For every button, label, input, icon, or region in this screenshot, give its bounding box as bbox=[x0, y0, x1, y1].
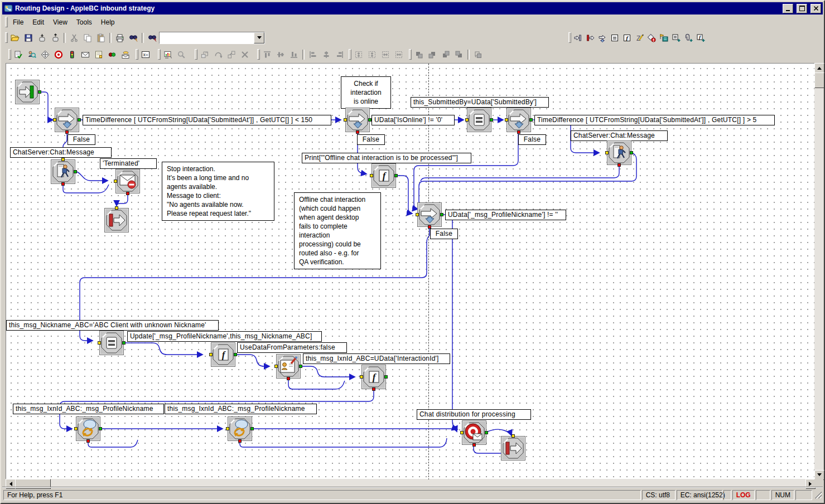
cut-button[interactable] bbox=[67, 31, 81, 44]
assign-node-1[interactable] bbox=[467, 108, 491, 132]
same-width-button[interactable] bbox=[365, 48, 379, 61]
copy-button[interactable] bbox=[81, 31, 94, 44]
expression-toolbar-grip[interactable] bbox=[136, 49, 138, 60]
segmentation-tool-button[interactable] bbox=[596, 31, 609, 44]
output-port[interactable] bbox=[394, 174, 398, 177]
parameters-label[interactable]: UseDataFromParameters:false bbox=[237, 342, 347, 353]
contact-update-node[interactable] bbox=[276, 354, 301, 379]
chat-target-node-2[interactable] bbox=[607, 140, 631, 165]
zoom-button[interactable] bbox=[175, 48, 188, 61]
false-port[interactable] bbox=[356, 130, 359, 134]
stop-message-node[interactable] bbox=[115, 169, 140, 193]
align-right-button[interactable] bbox=[333, 48, 346, 61]
print-label[interactable]: Print['"Offline chat interaction is to b… bbox=[302, 153, 471, 163]
routing-target-button[interactable] bbox=[52, 48, 65, 61]
error-port[interactable] bbox=[126, 192, 129, 195]
align-toolbar-grip[interactable] bbox=[257, 49, 260, 60]
align-left-button[interactable] bbox=[306, 48, 320, 61]
output-port[interactable] bbox=[384, 375, 388, 379]
chat-update-node-1[interactable] bbox=[76, 416, 100, 441]
multi-assign-tool-button[interactable] bbox=[670, 31, 682, 44]
error-port[interactable] bbox=[372, 387, 375, 391]
shift-up-right-button[interactable] bbox=[426, 48, 439, 61]
shift-up-left-button[interactable] bbox=[412, 48, 426, 61]
align-middle-button[interactable] bbox=[274, 48, 287, 61]
close-button[interactable] bbox=[810, 4, 821, 13]
output-port[interactable] bbox=[234, 353, 237, 356]
size-toolbar-grip[interactable] bbox=[349, 49, 351, 60]
input-port[interactable] bbox=[460, 431, 464, 434]
menu-grip[interactable] bbox=[5, 17, 8, 27]
design-canvas[interactable]: TimeDifference [ UTCFromString[UData['Su… bbox=[6, 63, 815, 479]
pair-label[interactable]: this_msg_IxnId_ABC:_msg_ProfileNickname bbox=[13, 404, 164, 414]
target-label[interactable]: ChatServer:Chat:Message bbox=[571, 130, 668, 141]
false-branch-label[interactable]: False bbox=[67, 134, 95, 145]
error-port[interactable] bbox=[61, 182, 65, 186]
output-port[interactable] bbox=[122, 341, 126, 345]
order-up-button[interactable] bbox=[198, 48, 211, 61]
subroutine-tool-button[interactable] bbox=[694, 31, 707, 44]
vertical-scroll-thumb[interactable] bbox=[814, 72, 824, 88]
update-label[interactable]: Update['_msg_ProfileNickname',this_msg_N… bbox=[127, 331, 322, 342]
output-port[interactable] bbox=[485, 431, 488, 434]
menu-tools[interactable]: Tools bbox=[72, 17, 97, 28]
edit-ops-toolbar-grip[interactable] bbox=[195, 49, 197, 60]
false-branch-label[interactable]: False bbox=[357, 134, 385, 145]
menu-edit[interactable]: Edit bbox=[28, 17, 49, 28]
print-button[interactable] bbox=[113, 31, 127, 44]
align-center-button[interactable] bbox=[320, 48, 333, 61]
error-port[interactable] bbox=[86, 439, 90, 443]
send-email-button[interactable] bbox=[79, 48, 92, 61]
menu-file[interactable]: File bbox=[8, 17, 28, 28]
input-port[interactable] bbox=[53, 118, 56, 122]
route-interaction-node[interactable] bbox=[462, 420, 486, 445]
resize-grip[interactable] bbox=[814, 491, 822, 498]
shift-down-right-button[interactable] bbox=[452, 48, 466, 61]
edit-expression-tool-button[interactable] bbox=[633, 31, 645, 44]
show-flow-button[interactable] bbox=[161, 48, 175, 61]
target-label[interactable]: ChatServer:Chat:Message bbox=[10, 147, 112, 158]
input-port[interactable] bbox=[61, 158, 65, 161]
true-port[interactable] bbox=[368, 118, 372, 122]
input-port[interactable] bbox=[209, 353, 213, 356]
true-port[interactable] bbox=[440, 213, 443, 216]
minimize-button[interactable] bbox=[783, 4, 793, 13]
comment-box[interactable]: Offline chat interaction (which could ha… bbox=[294, 192, 381, 269]
find-in-strategies-button[interactable] bbox=[146, 31, 159, 44]
delete-connection-button[interactable] bbox=[238, 48, 252, 61]
scroll-up-button[interactable] bbox=[814, 63, 824, 73]
macro-tool-button[interactable] bbox=[658, 31, 670, 44]
false-branch-label[interactable]: False bbox=[518, 134, 546, 145]
output-port[interactable] bbox=[99, 427, 102, 430]
input-port[interactable] bbox=[605, 151, 609, 154]
menu-help[interactable]: Help bbox=[97, 17, 119, 28]
entry-tool-button[interactable] bbox=[572, 31, 584, 44]
input-port[interactable] bbox=[98, 341, 101, 345]
assign-node-2[interactable] bbox=[99, 331, 124, 355]
input-port[interactable] bbox=[512, 434, 515, 438]
vertical-scrollbar[interactable] bbox=[814, 63, 823, 479]
error-port[interactable] bbox=[617, 163, 621, 167]
terminated-label[interactable]: 'Terminated' bbox=[100, 158, 157, 169]
exit-node-1[interactable] bbox=[104, 208, 129, 232]
input-port[interactable] bbox=[114, 180, 117, 183]
browse-objects-button[interactable] bbox=[25, 48, 38, 61]
comment-box[interactable]: Stop interaction. It's been a long time … bbox=[162, 162, 274, 221]
objects-toolbar-grip[interactable] bbox=[568, 32, 571, 43]
breakpoints-button[interactable] bbox=[105, 48, 119, 61]
check-out-button[interactable] bbox=[49, 31, 62, 44]
output-port[interactable] bbox=[74, 170, 77, 173]
exit-node-2[interactable] bbox=[501, 436, 525, 461]
view-toolbar-grip[interactable] bbox=[158, 49, 161, 60]
false-port[interactable] bbox=[517, 130, 520, 134]
input-port[interactable] bbox=[115, 206, 118, 210]
error-port[interactable] bbox=[472, 443, 476, 447]
move-mode-button[interactable] bbox=[38, 48, 52, 61]
input-port[interactable] bbox=[360, 375, 363, 379]
comment-box[interactable]: Check if interaction is online bbox=[341, 76, 391, 109]
segmentation-node-4[interactable] bbox=[417, 202, 442, 227]
find-button[interactable] bbox=[127, 31, 140, 44]
true-port[interactable] bbox=[78, 118, 81, 122]
assign-label[interactable]: this_msg_IxnId_ABC=UData['InteractionId'… bbox=[303, 353, 450, 364]
expression-builder-button[interactable] bbox=[139, 48, 152, 61]
